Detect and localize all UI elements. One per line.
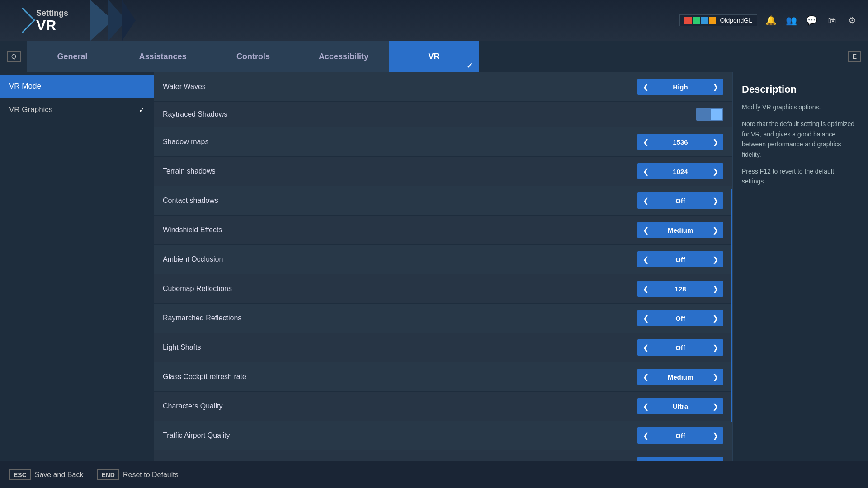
tab-general[interactable]: General bbox=[27, 41, 118, 72]
control-windshield[interactable]: ❮ Medium ❯ bbox=[637, 222, 723, 238]
glass-cockpit-next[interactable]: ❯ bbox=[707, 369, 723, 385]
contact-shadows-next[interactable]: ❯ bbox=[707, 192, 723, 209]
shadow-maps-next[interactable]: ❯ bbox=[707, 134, 723, 150]
traffic-airport-next[interactable]: ❯ bbox=[707, 427, 723, 444]
water-waves-next[interactable]: ❯ bbox=[707, 79, 723, 95]
description-text2: Note that the default setting is optimiz… bbox=[742, 119, 859, 160]
scroll-indicator bbox=[731, 189, 732, 422]
save-back-label: Save and Back bbox=[35, 471, 84, 479]
terrain-shadows-prev[interactable]: ❮ bbox=[637, 163, 654, 179]
light-shafts-next[interactable]: ❯ bbox=[707, 339, 723, 356]
setting-row-characters-quality: Characters Quality ❮ Ultra ❯ bbox=[154, 392, 732, 421]
sidebar-item-vr-mode[interactable]: VR Mode bbox=[0, 75, 154, 98]
light-shafts-value: Off bbox=[654, 344, 707, 352]
description-panel: Description Modify VR graphics options. … bbox=[732, 72, 868, 461]
reset-defaults-label: Reset to Defaults bbox=[123, 471, 179, 479]
label-windshield: Windshield Effects bbox=[163, 226, 222, 234]
notification-icon[interactable]: 🔔 bbox=[764, 14, 778, 27]
label-raytraced-shadows: Raytraced Shadows bbox=[163, 110, 227, 118]
characters-quality-prev[interactable]: ❮ bbox=[637, 398, 654, 414]
reset-defaults-button[interactable]: END Reset to Defaults bbox=[97, 469, 178, 480]
key-e[interactable]: E bbox=[848, 51, 861, 62]
color-green bbox=[693, 17, 700, 24]
ambient-occlusion-value: Off bbox=[654, 256, 707, 263]
store-icon[interactable]: 🛍 bbox=[825, 14, 839, 27]
air-traffic-next[interactable]: ❯ bbox=[707, 457, 723, 461]
label-raymarched: Raymarched Reflections bbox=[163, 314, 241, 322]
esc-key-badge: ESC bbox=[9, 469, 31, 480]
label-ambient-occlusion: Ambient Occlusion bbox=[163, 255, 223, 263]
friends-icon[interactable]: 👥 bbox=[784, 14, 798, 27]
cubemap-next[interactable]: ❯ bbox=[707, 281, 723, 297]
windshield-prev[interactable]: ❮ bbox=[637, 222, 654, 238]
ambient-occlusion-prev[interactable]: ❮ bbox=[637, 251, 654, 267]
raymarched-prev[interactable]: ❮ bbox=[637, 310, 654, 326]
control-light-shafts[interactable]: ❮ Off ❯ bbox=[637, 339, 723, 356]
control-shadow-maps[interactable]: ❮ 1536 ❯ bbox=[637, 134, 723, 150]
setting-row-windshield: Windshield Effects ❮ Medium ❯ bbox=[154, 216, 732, 245]
raymarched-value: Off bbox=[654, 314, 707, 322]
light-shafts-prev[interactable]: ❮ bbox=[637, 339, 654, 356]
control-cubemap[interactable]: ❮ 128 ❯ bbox=[637, 281, 723, 297]
top-right: OldpondGL 🔔 👥 💬 🛍 ⚙ bbox=[679, 14, 859, 27]
control-water-waves[interactable]: ❮ High ❯ bbox=[637, 79, 723, 95]
glass-cockpit-value: Medium bbox=[654, 373, 707, 381]
control-contact-shadows[interactable]: ❮ Off ❯ bbox=[637, 192, 723, 209]
user-badge: OldpondGL bbox=[679, 14, 757, 26]
setting-row-terrain-shadows: Terrain shadows ❮ 1024 ❯ bbox=[154, 157, 732, 186]
ambient-occlusion-next[interactable]: ❯ bbox=[707, 251, 723, 267]
sidebar-item-vr-graphics[interactable]: VR Graphics ✓ bbox=[0, 98, 154, 122]
save-back-button[interactable]: ESC Save and Back bbox=[9, 469, 83, 480]
control-raymarched[interactable]: ❮ Off ❯ bbox=[637, 310, 723, 326]
setting-row-air-traffic: Air Traffic ❮ Off ❯ bbox=[154, 450, 732, 461]
raymarched-next[interactable]: ❯ bbox=[707, 310, 723, 326]
vr-label: VR bbox=[36, 18, 68, 33]
windshield-next[interactable]: ❯ bbox=[707, 222, 723, 238]
air-traffic-prev[interactable]: ❮ bbox=[637, 457, 654, 461]
characters-quality-value: Ultra bbox=[654, 403, 707, 410]
label-shadow-maps: Shadow maps bbox=[163, 138, 208, 146]
label-characters-quality: Characters Quality bbox=[163, 402, 223, 410]
cubemap-prev[interactable]: ❮ bbox=[637, 281, 654, 297]
color-blue bbox=[701, 17, 708, 24]
toggle-raytraced-shadows[interactable] bbox=[696, 108, 723, 121]
tab-vr[interactable]: VR ✓ bbox=[389, 41, 479, 72]
setting-row-water-waves: Water Waves ❮ High ❯ bbox=[154, 72, 732, 102]
sidebar: VR Mode VR Graphics ✓ bbox=[0, 72, 154, 461]
settings-icon[interactable]: ⚙ bbox=[845, 14, 859, 27]
label-contact-shadows: Contact shadows bbox=[163, 197, 218, 205]
water-waves-value: High bbox=[654, 83, 707, 91]
top-bar: Settings VR OldpondGL 🔔 👥 💬 🛍 ⚙ bbox=[0, 0, 868, 41]
description-title: Description bbox=[742, 84, 859, 95]
control-traffic-airport[interactable]: ❮ Off ❯ bbox=[637, 427, 723, 444]
characters-quality-next[interactable]: ❯ bbox=[707, 398, 723, 414]
label-glass-cockpit: Glass Cockpit refresh rate bbox=[163, 373, 246, 381]
chat-icon[interactable]: 💬 bbox=[805, 14, 818, 27]
tab-assistances[interactable]: Assistances bbox=[118, 41, 208, 72]
toggle-knob-raytraced bbox=[711, 109, 722, 120]
main-area: VR Mode VR Graphics ✓ Water Waves ❮ High… bbox=[0, 72, 868, 461]
glass-cockpit-prev[interactable]: ❮ bbox=[637, 369, 654, 385]
color-blocks bbox=[684, 17, 716, 24]
setting-row-light-shafts: Light Shafts ❮ Off ❯ bbox=[154, 333, 732, 362]
key-q[interactable]: Q bbox=[7, 51, 21, 62]
setting-row-ambient-occlusion: Ambient Occlusion ❮ Off ❯ bbox=[154, 245, 732, 274]
control-terrain-shadows[interactable]: ❮ 1024 ❯ bbox=[637, 163, 723, 179]
traffic-airport-prev[interactable]: ❮ bbox=[637, 427, 654, 444]
control-air-traffic[interactable]: ❮ Off ❯ bbox=[637, 457, 723, 461]
contact-shadows-prev[interactable]: ❮ bbox=[637, 192, 654, 209]
terrain-shadows-value: 1024 bbox=[654, 168, 707, 175]
water-waves-prev[interactable]: ❮ bbox=[637, 79, 654, 95]
control-glass-cockpit[interactable]: ❮ Medium ❯ bbox=[637, 369, 723, 385]
vr-graphics-check: ✓ bbox=[139, 106, 145, 114]
header-shapes bbox=[90, 0, 136, 41]
label-water-waves: Water Waves bbox=[163, 83, 206, 91]
control-ambient-occlusion[interactable]: ❮ Off ❯ bbox=[637, 251, 723, 267]
bottom-bar: ESC Save and Back END Reset to Defaults bbox=[0, 461, 868, 488]
control-characters-quality[interactable]: ❮ Ultra ❯ bbox=[637, 398, 723, 414]
tab-controls[interactable]: Controls bbox=[208, 41, 298, 72]
tab-accessibility[interactable]: Accessibility bbox=[298, 41, 389, 72]
label-light-shafts: Light Shafts bbox=[163, 343, 201, 352]
terrain-shadows-next[interactable]: ❯ bbox=[707, 163, 723, 179]
shadow-maps-prev[interactable]: ❮ bbox=[637, 134, 654, 150]
